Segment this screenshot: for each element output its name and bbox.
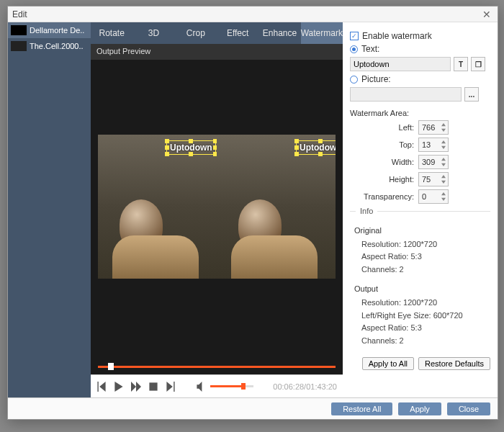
play-icon[interactable] (114, 382, 124, 392)
picture-path-input[interactable] (350, 87, 462, 102)
original-heading: Original (354, 225, 490, 238)
center-column: Rotate 3D Crop Effect Enhance Watermark … (91, 22, 343, 397)
left-label: Left: (350, 123, 418, 132)
watermark-panel: Enable watermark Text: T ❐ Picture: ... … (343, 22, 498, 397)
preview-label: Output Preview (91, 44, 343, 60)
width-label: Width: (350, 158, 418, 166)
video-preview: Uptodown Uptodown (98, 135, 336, 279)
original-aspect: Aspect Ratio: 5:3 (354, 251, 490, 264)
area-label: Watermark Area: (350, 109, 490, 117)
stop-icon[interactable] (148, 382, 158, 392)
height-label: Height: (350, 175, 418, 184)
file-list: Dellamorte De.. The.Cell.2000.. (8, 22, 91, 397)
restore-defaults-button[interactable]: Restore Defaults (418, 357, 490, 370)
time-display: 00:06:28/01:43:20 (273, 382, 337, 391)
next-icon[interactable] (166, 382, 176, 392)
tab-bar: Rotate 3D Crop Effect Enhance Watermark (91, 22, 343, 44)
original-channels: Channels: 2 (354, 264, 490, 276)
top-label: Top: (350, 140, 418, 149)
style-button[interactable]: ❐ (471, 57, 485, 71)
left-spinner[interactable]: 766 (418, 120, 449, 135)
transparency-label: Transparency: (350, 192, 418, 201)
tab-crop[interactable]: Crop (175, 22, 217, 44)
prev-icon[interactable] (96, 382, 107, 392)
window-title: Edit (12, 9, 27, 19)
restore-all-button[interactable]: Restore All (331, 402, 392, 415)
apply-to-all-button[interactable]: Apply to All (362, 357, 414, 370)
transparency-spinner[interactable]: 0 (418, 189, 449, 204)
volume-control (196, 382, 253, 392)
text-radio-label: Text: (361, 44, 379, 54)
enable-watermark-checkbox[interactable] (350, 32, 359, 40)
output-eye-size: Left/Right Eye Size: 600*720 (354, 310, 490, 323)
titlebar: Edit ✕ (8, 6, 498, 22)
tab-effect[interactable]: Effect (217, 22, 258, 44)
top-spinner[interactable]: 13 (418, 138, 449, 152)
width-spinner[interactable]: 309 (418, 155, 449, 169)
height-spinner[interactable]: 75 (418, 172, 449, 186)
player-controls: 00:06:28/01:43:20 (91, 374, 343, 397)
tab-rotate[interactable]: Rotate (91, 22, 132, 44)
svg-rect-0 (149, 382, 157, 390)
output-heading: Output (354, 283, 490, 296)
apply-button[interactable]: Apply (398, 402, 441, 415)
enable-watermark-label: Enable watermark (362, 31, 432, 41)
seek-thumb[interactable] (108, 363, 114, 370)
output-channels: Channels: 2 (354, 335, 490, 348)
picture-radio[interactable] (350, 76, 358, 84)
output-aspect: Aspect Ratio: 5:3 (354, 322, 490, 335)
text-radio[interactable] (350, 45, 358, 53)
edit-dialog: Edit ✕ Dellamorte De.. The.Cell.2000.. R… (7, 6, 498, 420)
original-resolution: Resolution: 1200*720 (354, 238, 490, 251)
fast-forward-icon[interactable] (131, 382, 141, 392)
main-area: Dellamorte De.. The.Cell.2000.. Rotate 3… (8, 22, 498, 397)
browse-button[interactable]: ... (464, 87, 479, 102)
file-name: Dellamorte De.. (30, 26, 84, 35)
preview-area: Uptodown Uptodown (91, 60, 343, 374)
file-name: The.Cell.2000.. (30, 42, 84, 50)
info-label: Info (356, 207, 377, 215)
file-item[interactable]: Dellamorte De.. (8, 22, 91, 38)
file-thumb (11, 25, 27, 35)
tab-enhance[interactable]: Enhance (258, 22, 300, 44)
watermark-overlay[interactable]: Uptodown (166, 140, 216, 155)
close-button[interactable]: Close (447, 402, 490, 415)
watermark-overlay[interactable]: Uptodown (296, 140, 336, 155)
seek-bar[interactable] (98, 364, 336, 369)
volume-icon[interactable] (196, 382, 206, 392)
video-frame-right: Uptodown (217, 135, 336, 279)
watermark-text-input[interactable] (350, 57, 451, 71)
picture-radio-label: Picture: (361, 74, 391, 84)
volume-slider[interactable] (210, 385, 253, 387)
file-item[interactable]: The.Cell.2000.. (8, 38, 91, 54)
font-button[interactable]: T (454, 57, 468, 71)
file-thumb (11, 41, 27, 51)
info-original: Original Resolution: 1200*720 Aspect Rat… (354, 225, 490, 276)
close-icon[interactable]: ✕ (480, 8, 493, 21)
output-resolution: Resolution: 1200*720 (354, 297, 490, 310)
video-frame-left: Uptodown (98, 135, 217, 279)
dialog-footer: Restore All Apply Close (8, 397, 498, 419)
info-output: Output Resolution: 1200*720 Left/Right E… (354, 283, 490, 347)
tab-3d[interactable]: 3D (132, 22, 174, 44)
tab-watermark[interactable]: Watermark (301, 22, 343, 44)
